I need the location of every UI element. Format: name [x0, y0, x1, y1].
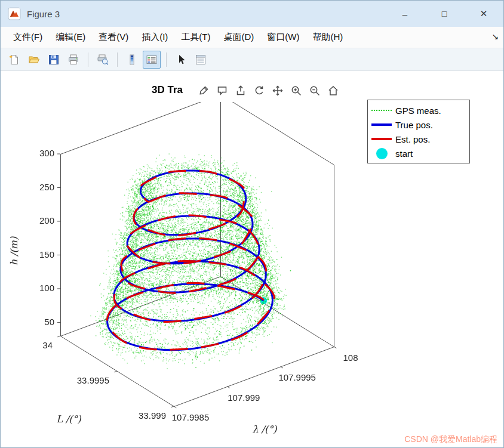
- rotate-3d-button[interactable]: [251, 83, 267, 99]
- rotate-3d-icon: [253, 85, 265, 97]
- menu-desktop[interactable]: 桌面(D): [217, 32, 260, 43]
- legend-row: Est. pos.: [368, 132, 469, 146]
- menubar: 文件(F) 编辑(E) 查看(V) 插入(I) 工具(T) 桌面(D) 窗口(W…: [1, 27, 503, 48]
- brush-icon: [198, 85, 210, 97]
- cursor-arrow-icon: [175, 54, 187, 66]
- plot-title: 3D Tra: [152, 84, 183, 96]
- figure-window: Figure 3 – □ ✕ 文件(F) 编辑(E) 查看(V) 插入(I) 工…: [0, 0, 504, 448]
- menubar-overflow-icon[interactable]: ↘: [491, 32, 499, 41]
- legend-label-est: Est. pos.: [395, 134, 430, 144]
- legend-swatch-est: [371, 138, 392, 140]
- menu-file[interactable]: 文件(F): [7, 32, 49, 43]
- export-icon: [235, 85, 247, 97]
- toolbar-separator: [117, 52, 118, 67]
- print-figure-button[interactable]: [64, 51, 82, 69]
- restore-view-button[interactable]: [325, 83, 341, 99]
- menu-window[interactable]: 窗口(W): [260, 32, 306, 43]
- colorbar-icon: [126, 54, 138, 66]
- open-file-button[interactable]: [25, 51, 43, 69]
- matlab-figure-icon: [8, 7, 21, 20]
- plot-area: 3D Tra: [1, 71, 504, 448]
- home-icon: [327, 85, 339, 97]
- legend-swatch-true: [371, 123, 392, 126]
- menu-help[interactable]: 帮助(H): [306, 32, 349, 43]
- maximize-button[interactable]: □: [425, 1, 464, 27]
- open-folder-icon: [28, 54, 40, 66]
- print-preview-icon: [97, 54, 109, 66]
- window-controls: – □ ✕: [385, 1, 503, 27]
- legend-label-true: True pos.: [395, 120, 433, 130]
- legend-label-start: start: [395, 149, 413, 159]
- insert-legend-button[interactable]: [143, 51, 161, 69]
- legend-label-gps: GPS meas.: [395, 106, 441, 116]
- zoom-in-icon: [290, 85, 302, 97]
- property-inspector-icon: [195, 54, 207, 66]
- datatips-icon: [216, 85, 228, 97]
- insert-colorbar-button[interactable]: [123, 51, 141, 69]
- save-figure-button[interactable]: [45, 51, 63, 69]
- edit-plot-button[interactable]: [172, 51, 190, 69]
- zoom-out-icon: [309, 85, 321, 97]
- menu-edit[interactable]: 编辑(E): [49, 32, 92, 43]
- legend-row: start: [368, 146, 469, 160]
- legend-swatch-start: [376, 148, 388, 159]
- zoom-in-button[interactable]: [288, 83, 304, 99]
- legend-icon: [146, 54, 158, 66]
- titlebar[interactable]: Figure 3 – □ ✕: [1, 1, 503, 27]
- menu-view[interactable]: 查看(V): [92, 32, 135, 43]
- watermark: CSDN @我爱Matlab编程: [404, 434, 497, 445]
- menu-insert[interactable]: 插入(I): [135, 32, 174, 43]
- legend-row: True pos.: [368, 118, 469, 132]
- brush-button[interactable]: [195, 83, 211, 99]
- printer-icon: [67, 54, 79, 66]
- property-inspector-button[interactable]: [192, 51, 210, 69]
- new-figure-icon: [8, 54, 20, 66]
- datatips-button[interactable]: [214, 83, 230, 99]
- window-title: Figure 3: [27, 9, 60, 19]
- zoom-out-button[interactable]: [306, 83, 322, 99]
- save-icon: [48, 54, 60, 66]
- new-figure-button[interactable]: [5, 51, 23, 69]
- minimize-button[interactable]: –: [385, 1, 425, 27]
- print-preview-button[interactable]: [94, 51, 112, 69]
- legend[interactable]: GPS meas. True pos. Est. pos. start: [367, 100, 470, 163]
- menu-tools[interactable]: 工具(T): [174, 32, 217, 43]
- legend-swatch-gps: [371, 110, 392, 111]
- figure-toolbar: [1, 48, 503, 71]
- close-button[interactable]: ✕: [464, 1, 503, 27]
- toolbar-separator: [166, 52, 167, 67]
- export-button[interactable]: [232, 83, 248, 99]
- toolbar-separator: [88, 52, 88, 67]
- pan-button[interactable]: [269, 83, 285, 99]
- axes-toolbar: [190, 79, 346, 102]
- pan-icon: [272, 85, 284, 97]
- legend-row: GPS meas.: [368, 103, 469, 118]
